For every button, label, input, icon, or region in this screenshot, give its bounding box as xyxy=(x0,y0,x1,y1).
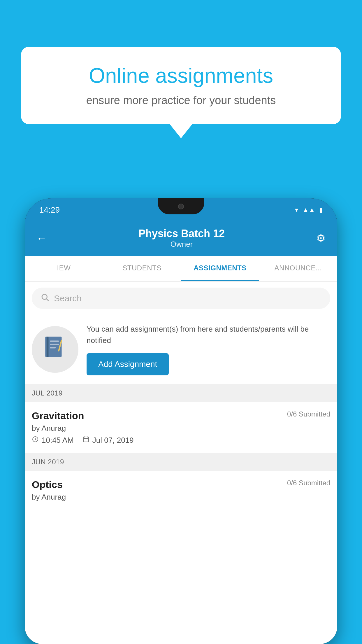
notebook-icon xyxy=(42,334,68,365)
assignment-item-gravitation[interactable]: Gravitation 0/6 Submitted by Anurag 10:4… xyxy=(25,402,337,453)
section-header-jul: JUL 2019 xyxy=(25,384,337,402)
clock-icon xyxy=(32,436,39,445)
status-bar: 14:29 ▾ ▲▲ ▮ xyxy=(25,198,337,222)
promo-section: You can add assignment(s) from here and … xyxy=(25,315,337,384)
front-camera xyxy=(178,204,184,209)
assignment-row-top: Gravitation 0/6 Submitted xyxy=(32,410,330,421)
tab-iew[interactable]: IEW xyxy=(25,256,103,281)
svg-line-1 xyxy=(47,299,49,301)
promo-icon-circle xyxy=(32,326,78,373)
assignment-submitted-gravitation: 0/6 Submitted xyxy=(287,410,330,418)
search-bar-container: Search xyxy=(25,282,337,315)
app-header: ← Physics Batch 12 Owner ⚙ xyxy=(25,222,337,256)
speech-bubble-container: Online assignments ensure more practice … xyxy=(21,47,341,138)
svg-line-10 xyxy=(35,439,36,440)
svg-point-0 xyxy=(42,294,47,300)
tab-announcements[interactable]: ANNOUNCE... xyxy=(259,256,337,281)
speech-bubble: Online assignments ensure more practice … xyxy=(21,47,341,124)
phone-frame: 14:29 ▾ ▲▲ ▮ ← Physics Batch 12 Owner ⚙ … xyxy=(25,198,337,644)
speech-bubble-title: Online assignments xyxy=(41,64,321,87)
assignment-by-optics: by Anurag xyxy=(32,493,330,502)
meta-time: 10:45 AM xyxy=(32,436,74,445)
tab-students[interactable]: STUDENTS xyxy=(103,256,181,281)
meta-date: Jul 07, 2019 xyxy=(82,436,134,445)
time-display: 14:29 xyxy=(39,205,60,215)
back-button[interactable]: ← xyxy=(36,232,47,244)
wifi-icon: ▾ xyxy=(295,206,298,214)
promo-text-area: You can add assignment(s) from here and … xyxy=(87,323,330,375)
promo-description: You can add assignment(s) from here and … xyxy=(87,323,330,346)
svg-rect-6 xyxy=(50,347,56,349)
assignment-meta-gravitation: 10:45 AM Jul 07, 2019 xyxy=(32,436,330,445)
speech-bubble-subtitle: ensure more practice for your students xyxy=(41,94,321,107)
svg-rect-3 xyxy=(47,337,49,357)
assignment-submitted-optics: 0/6 Submitted xyxy=(287,479,330,487)
section-header-jun: JUN 2019 xyxy=(25,453,337,471)
assignment-by-gravitation: by Anurag xyxy=(32,424,330,433)
header-center: Physics Batch 12 Owner xyxy=(138,228,225,249)
settings-button[interactable]: ⚙ xyxy=(316,232,326,244)
svg-rect-11 xyxy=(83,437,89,442)
tabs-container: IEW STUDENTS ASSIGNMENTS ANNOUNCE... xyxy=(25,256,337,282)
assignment-date-gravitation: Jul 07, 2019 xyxy=(92,436,134,445)
batch-subtitle: Owner xyxy=(138,240,225,249)
search-placeholder: Search xyxy=(54,293,82,303)
calendar-icon xyxy=(82,436,89,445)
tab-assignments[interactable]: ASSIGNMENTS xyxy=(181,256,259,281)
add-assignment-button[interactable]: Add Assignment xyxy=(87,353,169,375)
assignment-name-optics: Optics xyxy=(32,479,63,490)
assignment-row-top-optics: Optics 0/6 Submitted xyxy=(32,479,330,490)
search-icon xyxy=(41,293,49,304)
assignment-time-gravitation: 10:45 AM xyxy=(42,436,74,445)
search-bar[interactable]: Search xyxy=(32,288,330,309)
screen-content: Search You can add assignment( xyxy=(25,282,337,644)
battery-icon: ▮ xyxy=(319,206,323,214)
assignment-name-gravitation: Gravitation xyxy=(32,410,84,421)
assignment-item-optics[interactable]: Optics 0/6 Submitted by Anurag xyxy=(25,471,337,513)
status-icons: ▾ ▲▲ ▮ xyxy=(295,206,323,214)
svg-rect-4 xyxy=(50,341,59,342)
signal-icon: ▲▲ xyxy=(302,206,315,214)
phone-notch xyxy=(158,198,204,214)
batch-title: Physics Batch 12 xyxy=(138,228,225,240)
svg-rect-5 xyxy=(50,344,59,345)
speech-bubble-pointer xyxy=(169,124,193,138)
